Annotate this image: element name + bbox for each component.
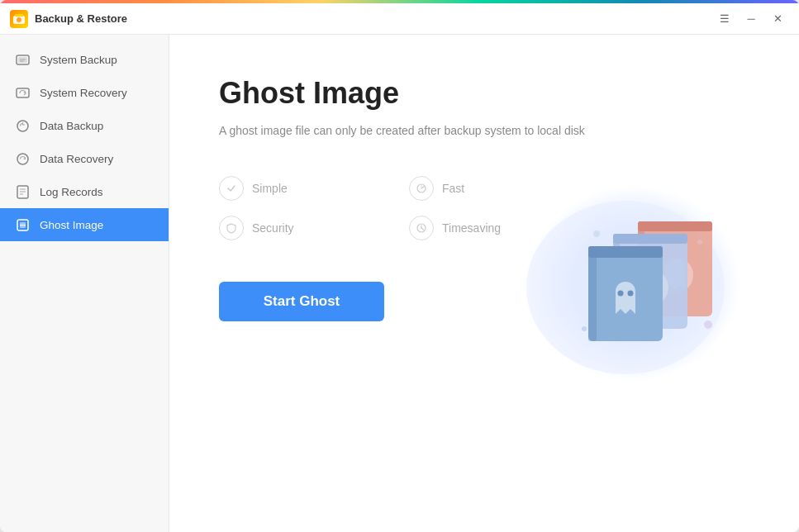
security-icon xyxy=(219,216,244,240)
data-recovery-icon xyxy=(15,151,30,166)
main-content: Ghost Image A ghost image file can only … xyxy=(169,35,799,532)
svg-rect-36 xyxy=(588,246,597,341)
sidebar-label-log-records: Log Records xyxy=(40,186,103,198)
titlebar: Backup & Restore ☰ ─ ✕ xyxy=(0,3,799,35)
svg-point-9 xyxy=(17,154,28,164)
system-recovery-icon xyxy=(15,85,30,100)
sidebar-label-system-recovery: System Recovery xyxy=(40,87,127,99)
svg-point-8 xyxy=(17,121,28,131)
sidebar: System Backup System Recovery xyxy=(0,35,169,532)
fast-icon xyxy=(409,176,434,201)
feature-timesaving-label: Timesaving xyxy=(442,221,501,235)
sidebar-item-data-backup[interactable]: Data Backup xyxy=(0,109,169,142)
minimize-button[interactable]: ─ xyxy=(740,10,763,28)
sidebar-item-system-recovery[interactable]: System Recovery xyxy=(0,76,169,109)
features-grid: Simple Fast xyxy=(219,176,549,240)
svg-rect-1 xyxy=(15,14,23,17)
menu-button[interactable]: ☰ xyxy=(713,10,736,28)
app-title: Backup & Restore xyxy=(35,12,127,25)
svg-point-38 xyxy=(628,291,634,297)
system-backup-icon xyxy=(15,52,30,67)
sidebar-label-system-backup: System Backup xyxy=(40,54,117,66)
sidebar-item-system-backup[interactable]: System Backup xyxy=(0,43,169,76)
feature-simple-label: Simple xyxy=(252,182,288,195)
svg-rect-29 xyxy=(613,234,687,244)
titlebar-left: Backup & Restore xyxy=(10,10,127,28)
svg-point-42 xyxy=(697,240,702,245)
page-title: Ghost Image xyxy=(219,76,749,111)
svg-point-39 xyxy=(593,230,600,237)
svg-rect-35 xyxy=(588,246,663,258)
timesaving-icon xyxy=(409,216,434,240)
svg-line-22 xyxy=(421,228,424,230)
feature-security: Security xyxy=(219,216,359,240)
svg-point-40 xyxy=(704,321,712,329)
svg-point-2 xyxy=(17,17,21,22)
svg-rect-7 xyxy=(17,88,29,97)
sidebar-label-data-recovery: Data Recovery xyxy=(40,153,113,165)
svg-rect-25 xyxy=(638,221,712,231)
simple-icon xyxy=(219,176,244,201)
sidebar-item-ghost-image[interactable]: Ghost Image xyxy=(0,208,169,241)
data-backup-icon xyxy=(15,118,30,133)
feature-security-label: Security xyxy=(252,221,294,235)
sidebar-label-data-backup: Data Backup xyxy=(40,120,103,132)
sidebar-item-data-recovery[interactable]: Data Recovery xyxy=(0,142,169,175)
ghost-image-illustration xyxy=(518,168,749,399)
sidebar-label-ghost-image: Ghost Image xyxy=(40,219,103,231)
feature-fast-label: Fast xyxy=(442,182,464,195)
svg-point-41 xyxy=(582,326,587,331)
start-ghost-button[interactable]: Start Ghost xyxy=(219,282,384,321)
close-button[interactable]: ✕ xyxy=(766,10,789,28)
ghost-image-icon xyxy=(15,217,30,232)
app-icon xyxy=(10,10,28,28)
titlebar-controls: ☰ ─ ✕ xyxy=(713,10,789,28)
sidebar-item-log-records[interactable]: Log Records xyxy=(0,175,169,208)
page-subtitle: A ghost image file can only be created a… xyxy=(219,122,749,140)
illustration-svg xyxy=(518,168,749,399)
content-area: System Backup System Recovery xyxy=(0,35,799,532)
feature-simple: Simple xyxy=(219,176,359,201)
svg-point-37 xyxy=(618,291,624,297)
app-window: Backup & Restore ☰ ─ ✕ System Backup xyxy=(0,0,799,532)
log-records-icon xyxy=(15,184,30,199)
